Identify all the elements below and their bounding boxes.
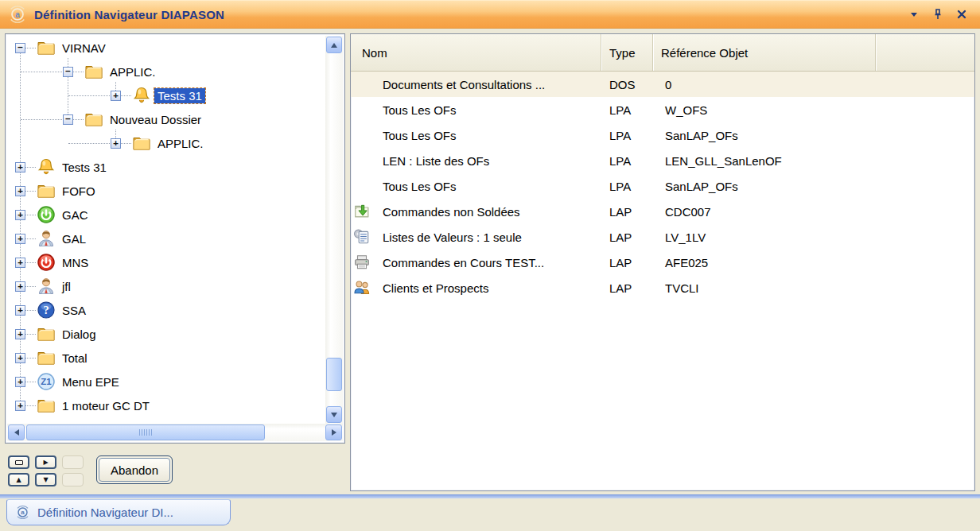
expand-toggle-icon[interactable]: +: [111, 91, 121, 101]
record-first-button[interactable]: [8, 455, 29, 469]
tree-item-label[interactable]: SSA: [59, 303, 89, 318]
tree-item-label[interactable]: APPLIC.: [107, 64, 159, 79]
no-icon: [353, 101, 371, 118]
collapse-toggle-icon[interactable]: −: [63, 67, 73, 77]
tree-item-ssa[interactable]: +?SSA: [7, 298, 325, 322]
tree-item-virnav[interactable]: −VIRNAV: [7, 36, 325, 60]
tree-item-menu-epe[interactable]: +Z1Menu EPE: [7, 370, 325, 393]
tree-item-label[interactable]: 1 moteur GC DT: [59, 398, 153, 413]
tree-item-label[interactable]: Tests 31: [154, 88, 205, 103]
expand-toggle-icon[interactable]: +: [111, 138, 121, 149]
tree-guide-line: [25, 358, 36, 359]
expand-toggle-icon[interactable]: +: [15, 210, 25, 220]
list-row-listes-de-valeurs-1-seule[interactable]: Listes de Valeurs : 1 seuleLAPLV_1LV: [351, 224, 974, 250]
cell-nom: Listes de Valeurs : 1 seule: [383, 231, 601, 244]
nav-disabled-1: [62, 455, 84, 469]
list-row-documents-et-consultations[interactable]: Documents et Consultations ...DOS0: [351, 72, 974, 97]
list-row-commandes-en-cours-test[interactable]: Commandes en Cours TEST...LAPAFE025: [351, 250, 974, 275]
tree-item-applic[interactable]: −APPLIC.: [7, 60, 325, 83]
tree-guide-line: [25, 334, 36, 335]
tree-item-mns[interactable]: +MNS: [7, 250, 325, 274]
tree-item-label[interactable]: Tests 31: [59, 160, 110, 175]
tree-item-nouveau-dossier[interactable]: −Nouveau Dossier: [7, 107, 325, 131]
expand-toggle-icon[interactable]: +: [15, 353, 25, 363]
tree-item-jfl[interactable]: +jfl: [7, 274, 325, 298]
list-row-commandes-non-sold-es[interactable]: Commandes non SoldéesLAPCDC007: [351, 199, 974, 224]
scroll-right-icon[interactable]: [325, 424, 342, 440]
triangle-down-icon: ▼: [43, 477, 48, 483]
title-bar-buttons: [908, 9, 972, 20]
cell-type: LPA: [601, 154, 653, 168]
tree-item-label[interactable]: Dialog: [59, 327, 99, 342]
tree-item-1-moteur-gc-dt[interactable]: +1 moteur GC DT: [7, 393, 325, 417]
expand-toggle-icon[interactable]: +: [15, 281, 25, 292]
horizontal-scroll-thumb[interactable]: [26, 424, 265, 440]
scroll-down-icon[interactable]: [326, 406, 342, 423]
expand-toggle-icon[interactable]: +: [15, 162, 25, 172]
tree-item-label[interactable]: VIRNAV: [59, 41, 109, 56]
tree-view: −VIRNAV−APPLIC.+Tests 31−Nouveau Dossier…: [7, 36, 325, 424]
tree-item-label[interactable]: GAL: [59, 231, 89, 246]
expand-toggle-icon[interactable]: +: [15, 186, 25, 196]
list-header: NomTypeRéférence Objet: [351, 34, 974, 72]
tree-item-label[interactable]: GAC: [59, 207, 91, 223]
list-row-clients-et-prospects[interactable]: Clients et ProspectsLAPTVCLI: [351, 275, 974, 300]
expand-toggle-icon[interactable]: +: [15, 377, 25, 387]
pin-icon[interactable]: [932, 9, 943, 20]
column-header-nom[interactable]: Nom: [351, 34, 601, 71]
vertical-scroll-thumb[interactable]: [326, 358, 342, 391]
scroll-left-icon[interactable]: [8, 424, 25, 440]
tree-item-label[interactable]: Total: [59, 351, 91, 366]
collapse-toggle-icon[interactable]: −: [63, 114, 73, 125]
tree-item-dialog[interactable]: +Dialog: [7, 322, 325, 346]
tree-item-label[interactable]: Menu EPE: [59, 374, 122, 390]
bottom-tab[interactable]: a Définition Navigateur DI...: [6, 499, 231, 525]
tree-vertical-scrollbar[interactable]: [325, 36, 343, 424]
list-row-len-liste-des-ofs[interactable]: LEN : Liste des OFsLPALEN_GLL_SanLenOF: [351, 148, 974, 173]
column-header-type[interactable]: Type: [601, 34, 653, 71]
tree-item-gac[interactable]: +GAC: [7, 203, 325, 227]
tree-item-fofo[interactable]: +FOFO: [7, 179, 325, 203]
column-header-r-f-rence-objet[interactable]: Référence Objet: [653, 34, 876, 71]
cell-reference-objet: 0: [653, 78, 974, 91]
scroll-up-icon[interactable]: [326, 37, 342, 53]
tree-item-label[interactable]: MNS: [59, 255, 91, 270]
expand-toggle-icon[interactable]: +: [15, 329, 25, 339]
close-icon[interactable]: [956, 9, 967, 20]
expand-toggle-icon[interactable]: +: [15, 258, 25, 268]
tree-guide-line: [21, 72, 62, 72]
tree-item-label[interactable]: APPLIC.: [154, 136, 207, 151]
abandon-button[interactable]: Abandon: [99, 458, 170, 482]
folder-icon: [36, 347, 56, 368]
tree-guide-line: [73, 119, 84, 120]
tree-item-applic[interactable]: +APPLIC.: [7, 131, 325, 155]
record-down-button[interactable]: ▼: [35, 473, 56, 486]
tree-item-total[interactable]: +Total: [7, 346, 325, 370]
tree-item-label[interactable]: Nouveau Dossier: [107, 112, 204, 127]
z1-badge-icon: Z1: [36, 371, 56, 392]
svg-text:Z1: Z1: [41, 377, 52, 386]
tree-item-tests-31[interactable]: +Tests 31: [7, 83, 325, 107]
cell-reference-objet: LEN_GLL_SanLenOF: [653, 154, 974, 168]
tree-horizontal-scrollbar[interactable]: [7, 424, 343, 441]
record-next-button[interactable]: ▶: [35, 455, 56, 469]
record-up-button[interactable]: ▲: [8, 473, 29, 486]
list-row-tous-les-ofs[interactable]: Tous Les OFsLPASanLAP_OFs: [351, 122, 974, 148]
collapse-toggle-icon[interactable]: −: [15, 43, 25, 53]
expand-toggle-icon[interactable]: +: [15, 305, 25, 316]
chevron-down-icon[interactable]: [908, 9, 920, 20]
column-header-blank[interactable]: [876, 34, 974, 71]
tree-item-tests-31[interactable]: +Tests 31: [7, 155, 325, 179]
tree-guide-line: [25, 215, 36, 215]
list-row-tous-les-ofs[interactable]: Tous Les OFsLPAW_OFS: [351, 97, 974, 122]
list-panel: NomTypeRéférence Objet Documents et Cons…: [350, 33, 975, 491]
tree-item-label[interactable]: jfl: [59, 279, 74, 294]
tree-item-label[interactable]: FOFO: [59, 184, 99, 199]
expand-toggle-icon[interactable]: +: [15, 401, 25, 411]
tree-item-gal[interactable]: +GAL: [7, 227, 325, 250]
diapason-logo-icon: a: [15, 505, 30, 520]
list-row-tous-les-ofs[interactable]: Tous Les OFsLPASanLAP_OFs: [351, 173, 974, 199]
record-navigation-buttons: ▶▲▼: [8, 455, 84, 486]
expand-toggle-icon[interactable]: +: [15, 234, 25, 244]
folder-icon: [36, 180, 56, 201]
